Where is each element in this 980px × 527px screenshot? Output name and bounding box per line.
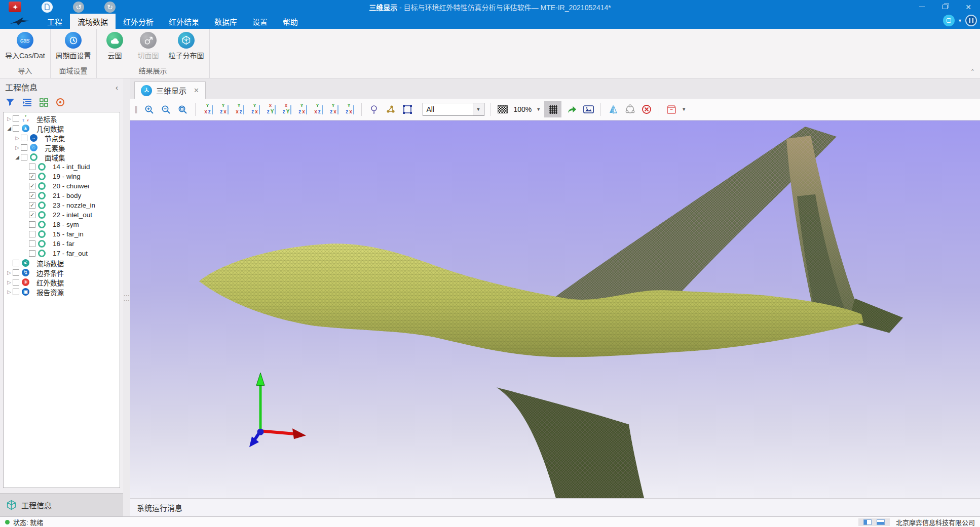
mesh-toggle-button[interactable] bbox=[544, 101, 561, 117]
view-orientation-button[interactable]: Yxz bbox=[201, 103, 214, 115]
viewport-3d[interactable] bbox=[130, 120, 980, 498]
select-region-button[interactable] bbox=[401, 103, 414, 116]
tree-item[interactable]: 17 - far_out bbox=[4, 249, 120, 258]
tree-item[interactable]: ✓23 - nozzle_in bbox=[4, 200, 120, 210]
menu-item[interactable]: 红外分析 bbox=[116, 14, 161, 29]
export-button[interactable] bbox=[565, 103, 578, 116]
list-view-button[interactable] bbox=[22, 97, 32, 107]
tree-item[interactable]: 16 - far bbox=[4, 239, 120, 249]
redo-button[interactable]: ↻ bbox=[104, 2, 116, 13]
menu-item[interactable]: 流场数据 bbox=[70, 14, 116, 29]
view-orientation-button[interactable]: xzY bbox=[280, 103, 293, 115]
checkbox[interactable] bbox=[21, 135, 27, 141]
checkbox[interactable] bbox=[29, 164, 35, 170]
tree-item[interactable]: ▷Yzx坐标系 bbox=[4, 114, 120, 124]
view-orientation-button[interactable]: Yzx bbox=[217, 103, 230, 115]
tab-close-icon[interactable]: ✕ bbox=[194, 87, 199, 94]
tree-item[interactable]: 14 - int_fluid bbox=[4, 162, 120, 172]
tree-item[interactable]: ▷◌元素集 bbox=[4, 143, 120, 152]
tab-3d-view[interactable]: 三维显示 ✕ bbox=[134, 82, 206, 99]
zoom-percent-label[interactable]: 100% bbox=[514, 105, 532, 113]
tree-item[interactable]: ✓21 - body bbox=[4, 191, 120, 200]
undo-button[interactable]: ↺ bbox=[73, 2, 84, 13]
expander-icon[interactable]: ▷ bbox=[14, 135, 21, 141]
opacity-button[interactable] bbox=[496, 103, 509, 116]
display-filter-select[interactable]: All ▼ bbox=[423, 103, 484, 116]
expander-icon[interactable]: ▷ bbox=[6, 279, 13, 285]
checkbox[interactable] bbox=[21, 154, 27, 160]
checkbox[interactable] bbox=[29, 240, 35, 247]
expander-icon[interactable]: ▷ bbox=[6, 116, 13, 121]
cancel-button[interactable] bbox=[640, 103, 653, 116]
tree-item[interactable]: ▷∙∙节点集 bbox=[4, 133, 120, 143]
menu-item[interactable]: 红外结果 bbox=[161, 14, 207, 29]
share-nodes-button[interactable] bbox=[623, 103, 636, 116]
expander-icon[interactable]: ▷ bbox=[14, 145, 21, 150]
checkbox[interactable] bbox=[13, 115, 19, 122]
ribbon-button[interactable]: 粒子分布图 bbox=[169, 32, 204, 63]
tree-item[interactable]: ✓20 - chuiwei bbox=[4, 181, 120, 191]
view-orientation-button[interactable]: Yzx bbox=[327, 103, 340, 115]
close-button[interactable]: ✕ bbox=[957, 0, 980, 14]
checkbox[interactable]: ✓ bbox=[29, 202, 35, 209]
tree-item[interactable]: 15 - far_in bbox=[4, 229, 120, 239]
tree-item[interactable]: <流场数据 bbox=[4, 258, 120, 268]
checkbox[interactable] bbox=[13, 269, 19, 276]
combo-arrow-icon[interactable]: ▼ bbox=[473, 103, 484, 115]
app-icon[interactable] bbox=[9, 2, 21, 12]
checkbox[interactable] bbox=[13, 125, 19, 132]
checkbox[interactable] bbox=[13, 289, 19, 295]
tree-item[interactable]: ◢▲几何数据 bbox=[4, 124, 120, 133]
panel-footer-tab[interactable]: 工程信息 bbox=[0, 493, 123, 516]
checkbox[interactable]: ✓ bbox=[29, 183, 35, 189]
menu-item[interactable]: 设置 bbox=[245, 14, 275, 29]
zoom-out-button[interactable] bbox=[160, 103, 173, 116]
tree-item[interactable]: ▷↯边界条件 bbox=[4, 268, 120, 277]
ribbon-button[interactable]: 周期面设置 bbox=[56, 32, 91, 63]
expander-icon[interactable]: ◢ bbox=[6, 126, 13, 131]
toolbar-grip-icon[interactable]: ∥ bbox=[134, 105, 138, 114]
ribbon-button[interactable]: 云图 bbox=[102, 32, 128, 63]
chevron-down-icon[interactable]: ▼ bbox=[958, 18, 962, 23]
tree-item[interactable]: ◢面域集 bbox=[4, 152, 120, 162]
tree-item[interactable]: 18 - sym bbox=[4, 220, 120, 229]
expander-icon[interactable]: ▷ bbox=[6, 289, 13, 295]
ribbon-collapse-icon[interactable]: ⌃ bbox=[970, 68, 975, 75]
checkbox[interactable] bbox=[21, 144, 27, 151]
checkbox[interactable] bbox=[29, 250, 35, 257]
expander-icon[interactable]: ◢ bbox=[14, 154, 21, 160]
tree-item[interactable]: ✓19 - wing bbox=[4, 172, 120, 181]
checkbox[interactable]: ✓ bbox=[29, 192, 35, 199]
checkbox[interactable] bbox=[29, 231, 35, 237]
view-orientation-button[interactable]: xzY bbox=[264, 103, 277, 115]
checkbox[interactable] bbox=[13, 279, 19, 286]
zoom-fit-button[interactable] bbox=[176, 103, 190, 116]
layout-left-icon[interactable] bbox=[863, 519, 872, 525]
menu-item[interactable]: 数据库 bbox=[207, 14, 245, 29]
restore-button[interactable] bbox=[933, 0, 957, 14]
view-orientation-button[interactable]: Yzx bbox=[248, 103, 261, 115]
quick-view-button[interactable] bbox=[943, 15, 955, 26]
ribbon-button[interactable]: cas导入Cas/Dat bbox=[5, 32, 45, 63]
particles-display-button[interactable] bbox=[384, 103, 397, 116]
checkbox[interactable] bbox=[29, 221, 35, 228]
zoom-in-button[interactable] bbox=[143, 103, 156, 116]
archive-button[interactable] bbox=[665, 103, 678, 116]
tree-item[interactable]: ✓22 - inlet_out bbox=[4, 210, 120, 220]
checkbox[interactable] bbox=[13, 260, 19, 266]
menu-item[interactable]: 工程 bbox=[40, 14, 70, 29]
new-document-button[interactable] bbox=[42, 2, 53, 13]
checkbox[interactable]: ✓ bbox=[29, 173, 35, 180]
snapshot-button[interactable] bbox=[582, 103, 595, 116]
expander-icon[interactable]: ▷ bbox=[6, 270, 13, 275]
tree-item[interactable]: ▷▣报告资源 bbox=[4, 287, 120, 297]
minimize-button[interactable] bbox=[910, 0, 933, 14]
grid-view-button[interactable] bbox=[39, 97, 49, 107]
light-button[interactable] bbox=[367, 103, 381, 116]
help-book-button[interactable] bbox=[965, 15, 977, 26]
mirror-button[interactable] bbox=[607, 103, 620, 116]
view-orientation-button[interactable]: Yxz bbox=[311, 103, 324, 115]
zoom-caret-icon[interactable]: ▼ bbox=[536, 107, 541, 112]
filter-button[interactable] bbox=[5, 97, 15, 107]
locate-button[interactable] bbox=[55, 97, 65, 107]
